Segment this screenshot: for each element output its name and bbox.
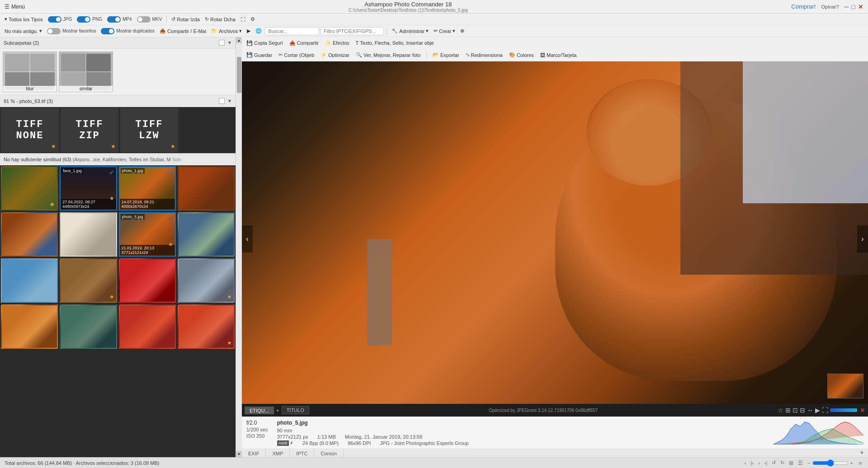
slideshow-button[interactable]: ▶ xyxy=(245,27,252,35)
fullscreen-button[interactable]: ⛶ xyxy=(239,16,247,23)
group91-chevron[interactable]: ▼ xyxy=(227,98,232,103)
photo-waterbird[interactable] xyxy=(1,258,58,303)
zoom-width-button[interactable]: ↔ xyxy=(807,407,813,414)
fullscreen-view-button[interactable]: ⛶ xyxy=(822,407,828,414)
tab-iptc[interactable]: IPTC xyxy=(290,449,314,458)
viewer-prev-button[interactable]: ‹ xyxy=(242,225,253,253)
archivos-button[interactable]: 📁 Archivos ▾ xyxy=(209,27,244,35)
globe-button[interactable]: 🌐 xyxy=(254,27,264,35)
exportar-button[interactable]: 📂 Exportar xyxy=(431,51,461,59)
tab-titulo[interactable]: TÍTULO xyxy=(282,406,309,414)
tab-comun[interactable]: Común xyxy=(314,449,343,458)
search-input[interactable] xyxy=(265,27,319,35)
subf-blur[interactable]: blur xyxy=(3,51,57,92)
redimensiona-button[interactable]: ⤡ Redimensiona xyxy=(464,51,505,59)
menu-button[interactable]: ☰ Menú xyxy=(5,4,25,10)
info-collapse-button[interactable]: ▼ xyxy=(856,449,868,458)
filter-input[interactable] xyxy=(321,27,384,35)
optimizar-button[interactable]: ⚡ Optimizar xyxy=(319,51,351,59)
view-grid-button[interactable]: ⊞ xyxy=(789,460,793,466)
subcarpetas-chevron[interactable]: ▼ xyxy=(227,40,232,45)
zoom-minus-button[interactable]: − xyxy=(807,460,810,466)
copia-seguri-button[interactable]: 💾 Copia Seguri xyxy=(245,39,285,47)
marco-button[interactable]: 🖼 Marco/Tarjeta xyxy=(538,51,579,59)
tiff-lzw-item[interactable]: TIFF LZW ★ xyxy=(120,108,178,152)
photo-dark-flowers[interactable] xyxy=(119,304,176,349)
zoom-bar[interactable] xyxy=(830,408,857,412)
view-list-button[interactable]: ☰ xyxy=(798,460,803,466)
photo-plant[interactable]: ★ xyxy=(1,166,58,211)
extra-button[interactable]: ⊕ xyxy=(458,27,466,35)
photo-flowers[interactable] xyxy=(119,258,176,303)
nav-last-button[interactable]: ›| xyxy=(764,460,768,466)
parrot-star: ★ xyxy=(227,340,232,346)
rotate-left-status-button[interactable]: ↺ xyxy=(772,460,776,466)
toggle-png[interactable]: PNG xyxy=(75,15,104,23)
photo-fox-roof[interactable]: photo_5.jpg ✓ 21.01.2019, 20:133771x2121… xyxy=(119,212,176,257)
zoom-actual-button[interactable]: ⊡ xyxy=(793,407,798,414)
compartir-button[interactable]: 📤 Compartir / E-Mai xyxy=(158,27,208,35)
toggle-mkv[interactable]: MKV xyxy=(135,15,164,23)
slideshow-view-button[interactable]: ▶ xyxy=(815,407,820,414)
toggle-favoritos[interactable]: Mostrar favoritos xyxy=(45,27,98,35)
toggle-jpg[interactable]: JPG xyxy=(46,15,74,23)
fit-button[interactable]: ⊞ xyxy=(785,407,791,414)
close-button[interactable]: ✕ xyxy=(858,3,863,10)
compartir-viewer-button[interactable]: 📤 Compartir xyxy=(288,39,321,47)
scroll-down-button[interactable]: ▼ xyxy=(236,451,242,457)
zoom-plus-button[interactable]: + xyxy=(850,460,853,466)
rotate-right-status-button[interactable]: ↻ xyxy=(780,460,784,466)
scroll-thumb[interactable] xyxy=(237,57,241,93)
rotar-izda-button[interactable]: ↺ Rotar Izda xyxy=(170,15,202,23)
antiguedad-filter[interactable]: No más antigu. ▾ xyxy=(3,27,44,35)
scroll-up-button[interactable]: ▲ xyxy=(236,37,242,43)
subf-similar[interactable]: similar xyxy=(59,51,113,92)
opinar-button[interactable]: Opinar? xyxy=(821,4,839,9)
photo-turtle[interactable] xyxy=(60,304,117,349)
minimize-button[interactable]: ─ xyxy=(844,3,849,10)
administrar-button[interactable]: 🔧 Administrar ▾ xyxy=(390,27,430,35)
tab-etiquetas[interactable]: ETIQU... xyxy=(245,407,274,414)
group91-checkbox[interactable] xyxy=(219,98,225,104)
group91-section: 91 % - photo_63.tif (3) ▼ TIFF NoNe ★ xyxy=(0,95,236,154)
photo-parrot[interactable]: ★ xyxy=(178,304,235,349)
toggle-mp4[interactable]: MP4 xyxy=(105,15,134,23)
filter-tipos[interactable]: ▾ Todos los Tipos xyxy=(3,15,45,23)
maximize-button[interactable]: □ xyxy=(852,3,855,10)
viewer-next-button[interactable]: › xyxy=(857,225,868,253)
photo-fox2[interactable] xyxy=(178,166,235,211)
comprar-button[interactable]: Comprar! xyxy=(791,3,816,10)
nav-next-button[interactable]: › xyxy=(758,460,760,466)
photo-birds-water[interactable] xyxy=(178,212,235,257)
star-filter-button[interactable]: ★ xyxy=(858,459,863,467)
tiff-none-item[interactable]: TIFF NoNe ★ xyxy=(1,108,59,152)
guardar-button[interactable]: 💾 Guardar xyxy=(245,51,274,59)
viewer-close-button[interactable]: ✕ xyxy=(860,407,865,414)
tab-xmp[interactable]: XMP xyxy=(266,449,290,458)
photo-bird[interactable] xyxy=(1,212,58,257)
photo-face[interactable]: face_1.jpg ✓ 27.04.2022, 08:274480x5973x… xyxy=(60,166,117,211)
photo-fox1[interactable]: photo_1.jpg ✓ 14.07.2019, 09:214000x2670… xyxy=(119,166,176,211)
texto-flecha-button[interactable]: T Texto, Flecha, Sello, Insertar obje xyxy=(354,39,436,47)
photo-cat[interactable] xyxy=(60,212,117,257)
photo-birds-leaves[interactable]: ★ xyxy=(60,258,117,303)
cortar-button[interactable]: ✂ Cortar (Objeb xyxy=(277,51,316,59)
efectos-button[interactable]: ✨ Efectos xyxy=(323,39,351,47)
tiff-zip-item[interactable]: TIFF ZIP ★ xyxy=(61,108,118,152)
nav-prev-button[interactable]: ‹ xyxy=(745,460,746,466)
tab-exif[interactable]: EXIF xyxy=(242,449,266,458)
photo-dark-bird[interactable]: ★ xyxy=(178,258,235,303)
viewer-star[interactable]: ☆ xyxy=(778,407,783,414)
settings-button[interactable]: ⚙ xyxy=(249,15,257,23)
subcarpetas-checkbox[interactable] xyxy=(219,40,225,46)
ver-mejorar-button[interactable]: 🔍 Ver, Mejorar, Reparar foto xyxy=(354,51,422,59)
crear-button[interactable]: ✏ Crear ▾ xyxy=(432,27,458,35)
subcarpetas-controls: ▼ xyxy=(219,40,232,46)
rotar-dcha-button[interactable]: ↻ Rotar Dcha xyxy=(203,15,237,23)
nav-first-button[interactable]: |‹ xyxy=(750,460,754,466)
colores-button[interactable]: 🎨 Colores xyxy=(507,51,536,59)
zoom-slider[interactable] xyxy=(812,459,849,467)
photo-tiger[interactable] xyxy=(1,304,58,349)
toggle-duplicados[interactable]: Mostrar duplicados xyxy=(99,27,156,35)
zoom-fit-button[interactable]: ⊟ xyxy=(800,407,805,414)
